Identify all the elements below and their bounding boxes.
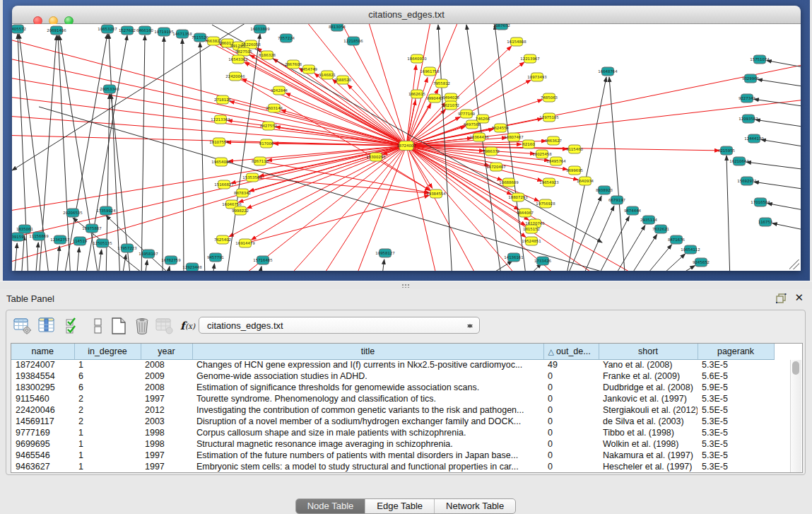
table-cell[interactable]: 0	[543, 404, 599, 416]
table-row[interactable]: 977716911998Corpus callosum shape and si…	[11, 427, 774, 438]
table-cell[interactable]: Estimation of the future numbers of pati…	[192, 450, 543, 461]
table-cell[interactable]: Investigating the contribution of common…	[192, 404, 543, 416]
network-canvas[interactable]: 1872400794055722069140610653287152760264…	[12, 24, 801, 271]
table-cell[interactable]: 5.3E-5	[698, 461, 774, 472]
table-cell[interactable]: 2008	[141, 359, 192, 370]
table-row[interactable]: 1872400712008Changes of HCN gene express…	[11, 359, 774, 370]
table-row[interactable]: 911546021997Tourette syndrome. Phenomeno…	[11, 393, 774, 404]
table-cell[interactable]: Estimation of significance thresholds fo…	[192, 382, 543, 393]
table-row[interactable]: 1938455462009Genome-wide association stu…	[11, 370, 774, 382]
table-row[interactable]: 946362711997Embryonic stem cells: a mode…	[11, 461, 774, 472]
canvas-resize-grip[interactable]	[789, 259, 799, 269]
table-cell[interactable]: 5.3E-5	[698, 416, 774, 427]
table-cell[interactable]: Genome-wide association studies in ADHD.	[192, 370, 543, 382]
row-height-icon[interactable]	[89, 317, 107, 335]
table-cell[interactable]: 1	[74, 450, 141, 461]
table-settings-icon[interactable]	[13, 317, 32, 335]
table-cell[interactable]: 5.3E-5	[698, 393, 774, 404]
network-graph[interactable]: 1872400794055722069140610653287152760264…	[12, 24, 801, 271]
table-cell[interactable]: 18724007	[11, 359, 74, 370]
table-cell[interactable]: 5.5E-5	[698, 404, 774, 416]
table-cell[interactable]: Tourette syndrome. Phenomenology and cla…	[192, 393, 543, 404]
table-cell[interactable]: 18300295	[11, 382, 74, 393]
table-cell[interactable]: Disruption of a novel member of a sodium…	[192, 416, 543, 427]
table-row[interactable]: 969969511998Structural magnetic resonanc…	[11, 438, 774, 450]
table-cell[interactable]: Tibbo et al. (1998)	[599, 427, 698, 438]
table-cell[interactable]: Yano et al. (2008)	[599, 359, 698, 370]
table-cell[interactable]: 0	[543, 382, 599, 393]
table-cell[interactable]: 22420046	[11, 404, 74, 416]
table-cell[interactable]: 1	[74, 427, 141, 438]
tab-node-table[interactable]: Node Table	[296, 499, 365, 513]
table-cell[interactable]: Structural magnetic resonance image aver…	[192, 438, 543, 450]
column-header[interactable]: pagerank	[698, 344, 774, 359]
table-cell[interactable]: Nakamura et al. (1997)	[599, 450, 698, 461]
table-cell[interactable]: 2012	[141, 404, 192, 416]
table-cell[interactable]: 14569117	[11, 416, 74, 427]
table-cell[interactable]: Embryonic stem cells: a model to study s…	[192, 461, 543, 472]
table-cell[interactable]: de Silva et al. (2003)	[599, 416, 698, 427]
delete-trash-icon[interactable]	[133, 317, 151, 335]
scrollbar-thumb[interactable]	[792, 361, 799, 375]
table-cell[interactable]: 2008	[141, 382, 192, 393]
table-cell[interactable]: 1	[74, 438, 141, 450]
table-cell[interactable]: 0	[543, 438, 599, 450]
table-cell[interactable]: 1997	[141, 393, 192, 404]
table-cell[interactable]: 1998	[141, 438, 192, 450]
table-cell[interactable]: 5.3E-5	[698, 450, 774, 461]
table-cell[interactable]: 1	[74, 461, 141, 472]
network-window-titlebar[interactable]: citations_edges.txt	[12, 6, 801, 24]
table-cell[interactable]: 1997	[141, 450, 192, 461]
table-cell[interactable]: 5.3E-5	[698, 359, 774, 370]
table-cell[interactable]: 6	[74, 370, 141, 382]
table-cell[interactable]: 49	[543, 359, 599, 370]
column-header[interactable]: title	[192, 344, 543, 359]
select-rows-icon[interactable]	[65, 317, 83, 335]
table-cell[interactable]: 9777169	[11, 427, 74, 438]
table-cell[interactable]: 9465546	[11, 450, 74, 461]
tab-network-table[interactable]: Network Table	[434, 499, 515, 513]
table-cell[interactable]: 0	[543, 416, 599, 427]
table-cell[interactable]: 1	[74, 359, 141, 370]
table-cell[interactable]: 6	[74, 382, 141, 393]
table-cell[interactable]: Stergiakouli et al. (2012)	[599, 404, 698, 416]
new-document-icon[interactable]	[110, 317, 128, 335]
table-cell[interactable]: 0	[543, 370, 599, 382]
table-cell[interactable]: 2	[74, 416, 141, 427]
column-header[interactable]: in_degree	[74, 344, 141, 359]
select-columns-icon[interactable]	[38, 317, 57, 335]
table-row[interactable]: 1830029562008Estimation of significance …	[11, 382, 774, 393]
column-header[interactable]: name	[11, 344, 74, 359]
table-cell[interactable]: 1998	[141, 427, 192, 438]
table-cell[interactable]: Corpus callosum shape and size in male p…	[192, 427, 543, 438]
column-header[interactable]: year	[141, 344, 192, 359]
table-cell[interactable]: Changes of HCN gene expression and I(f) …	[192, 359, 543, 370]
table-vertical-scrollbar[interactable]	[790, 360, 801, 472]
table-cell[interactable]: 5.3E-5	[698, 438, 774, 450]
table-cell[interactable]: 0	[543, 461, 599, 472]
table-cell[interactable]: Jankovic et al. (1997)	[599, 393, 698, 404]
table-cell[interactable]: 19384554	[11, 370, 74, 382]
table-cell[interactable]: Wolkin et al. (1998)	[599, 438, 698, 450]
close-panel-icon[interactable]: ✕	[794, 292, 804, 303]
table-cell[interactable]: 9463627	[11, 461, 74, 472]
table-row[interactable]: 946554611997Estimation of the future num…	[11, 450, 774, 461]
table-header-row[interactable]: namein_degreeyeartitle△ out_de...shortpa…	[11, 344, 774, 359]
function-builder-icon[interactable]: f (x)	[180, 318, 198, 337]
table-cell[interactable]: 2009	[141, 370, 192, 382]
table-cell[interactable]: 1997	[141, 461, 192, 472]
network-table-select[interactable]: citations_edges.txt	[199, 317, 480, 334]
table-cell[interactable]: 9115460	[11, 393, 74, 404]
column-header[interactable]: △ out_de...	[543, 344, 599, 359]
table-cell[interactable]: 2003	[141, 416, 192, 427]
tab-edge-table[interactable]: Edge Table	[365, 499, 434, 513]
table-cell[interactable]: 0	[543, 427, 599, 438]
table-cell[interactable]: 0	[543, 393, 599, 404]
table-cell[interactable]: 0	[543, 450, 599, 461]
table-cell[interactable]: 2	[74, 404, 141, 416]
table-row[interactable]: 2242004622012Investigating the contribut…	[11, 404, 774, 416]
table-cell[interactable]: 5.6E-5	[698, 370, 774, 382]
table-row[interactable]: 1456911722003Disruption of a novel membe…	[11, 416, 774, 427]
table-cell[interactable]: Franke et al. (2009)	[599, 370, 698, 382]
column-header[interactable]: short	[599, 344, 698, 359]
